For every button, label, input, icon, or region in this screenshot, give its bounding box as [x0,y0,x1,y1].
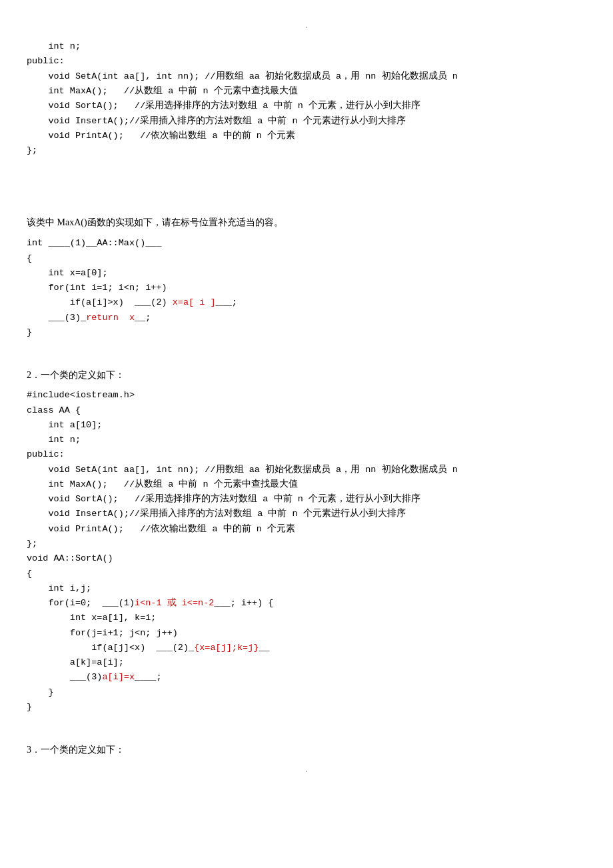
description-maxa: 该类中 MaxA()函数的实现如下，请在标号位置补充适当的容。 [27,215,586,231]
class-snippet-top: int n; public: void SetA(int aa[], int n… [27,39,586,158]
dot-top: . [27,20,586,33]
section-2-title: 2．一个类的定义如下： [27,367,586,383]
section-2-code: #include<iostream.h> class AA { int a[10… [27,388,586,715]
maxa-function: int ____(1)__AA::Max()___ { int x=a[0]; … [27,236,586,340]
dot-bottom: . [27,764,586,777]
section-3-title: 3．一个类的定义如下： [27,742,586,758]
page-content: . int n; public: void SetA(int aa[], int… [27,13,586,784]
